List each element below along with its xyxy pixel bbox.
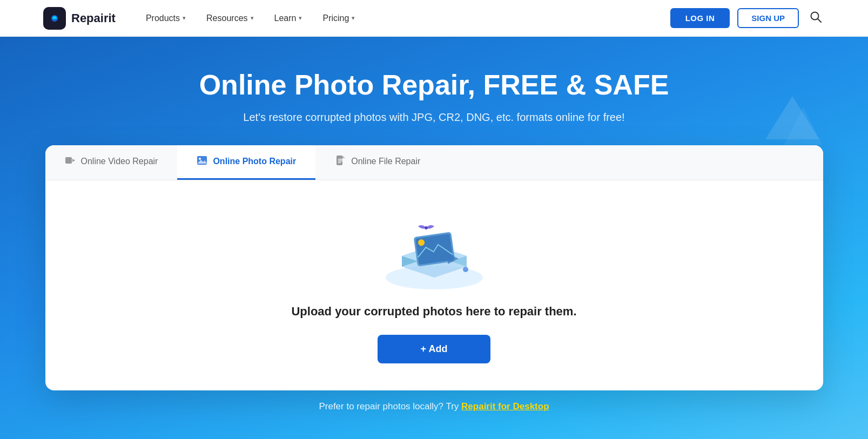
hero-section: Online Photo Repair, FREE & SAFE Let's r… bbox=[0, 37, 868, 439]
hero-title: Online Photo Repair, FREE & SAFE bbox=[43, 69, 825, 102]
tab-photo-repair[interactable]: Online Photo Repair bbox=[177, 145, 315, 180]
tab-file-repair[interactable]: Online File Repair bbox=[315, 145, 440, 180]
nav-item-pricing[interactable]: Pricing ▾ bbox=[314, 9, 364, 28]
tab-video-repair[interactable]: Online Video Repair bbox=[45, 145, 178, 180]
tab-video-label: Online Video Repair bbox=[81, 157, 158, 166]
navbar: Repairit Products ▾ Resources ▾ Learn ▾ … bbox=[0, 0, 868, 37]
nav-links: Products ▾ Resources ▾ Learn ▾ Pricing ▾ bbox=[137, 9, 670, 28]
nav-label-resources: Resources bbox=[206, 13, 247, 23]
svg-marker-8 bbox=[72, 159, 75, 162]
repair-card: Online Video Repair Online Photo Repair bbox=[45, 145, 823, 390]
signup-button[interactable]: SIGN UP bbox=[737, 8, 799, 28]
photo-icon bbox=[197, 155, 207, 168]
upload-illustration bbox=[375, 207, 494, 294]
nav-item-resources[interactable]: Resources ▾ bbox=[198, 9, 262, 28]
chevron-down-icon: ▾ bbox=[352, 15, 355, 22]
tab-bar: Online Video Repair Online Photo Repair bbox=[45, 145, 823, 180]
svg-point-21 bbox=[425, 226, 428, 229]
footer-prefer-text: Prefer to repair photos locally? Try Rep… bbox=[43, 390, 825, 417]
footer-prefix: Prefer to repair photos locally? Try bbox=[319, 401, 461, 411]
svg-point-1 bbox=[53, 17, 56, 19]
repairit-desktop-link[interactable]: Repairit for Desktop bbox=[461, 401, 549, 411]
upload-text: Upload your corrupted photos here to rep… bbox=[291, 305, 576, 319]
svg-line-3 bbox=[818, 19, 821, 22]
svg-point-10 bbox=[199, 158, 201, 160]
logo-icon bbox=[43, 7, 66, 30]
hero-content: Online Photo Repair, FREE & SAFE Let's r… bbox=[43, 69, 825, 390]
file-icon bbox=[335, 155, 346, 168]
hero-subtitle: Let's restore corrupted photos with JPG,… bbox=[43, 111, 825, 124]
nav-item-learn[interactable]: Learn ▾ bbox=[266, 9, 311, 28]
nav-actions: LOG IN SIGN UP bbox=[670, 8, 825, 29]
video-icon bbox=[65, 155, 76, 168]
svg-rect-12 bbox=[337, 156, 342, 165]
svg-rect-19 bbox=[415, 234, 453, 265]
chevron-down-icon: ▾ bbox=[183, 15, 186, 22]
chevron-down-icon: ▾ bbox=[299, 15, 302, 22]
login-button[interactable]: LOG IN bbox=[670, 8, 730, 28]
svg-marker-13 bbox=[342, 156, 345, 158]
add-button[interactable]: + Add bbox=[378, 335, 491, 363]
nav-item-products[interactable]: Products ▾ bbox=[137, 9, 194, 28]
card-body: Upload your corrupted photos here to rep… bbox=[45, 180, 823, 390]
logo[interactable]: Repairit bbox=[43, 7, 116, 30]
logo-text: Repairit bbox=[71, 11, 116, 25]
chevron-down-icon: ▾ bbox=[251, 15, 254, 22]
tab-photo-label: Online Photo Repair bbox=[213, 157, 296, 166]
search-icon bbox=[810, 11, 822, 23]
tab-file-label: Online File Repair bbox=[351, 157, 420, 166]
nav-label-learn: Learn bbox=[274, 13, 297, 23]
nav-label-pricing: Pricing bbox=[322, 13, 349, 23]
search-button[interactable] bbox=[806, 8, 825, 29]
svg-rect-7 bbox=[65, 157, 72, 164]
svg-point-23 bbox=[463, 267, 468, 272]
nav-label-products: Products bbox=[146, 13, 180, 23]
